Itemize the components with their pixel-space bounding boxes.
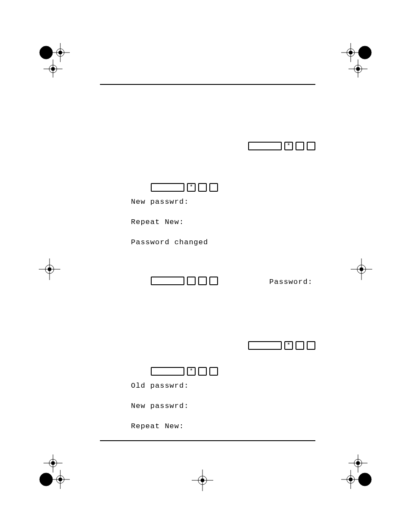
key-sequence-row-2: * bbox=[151, 182, 315, 193]
key-box-star: * bbox=[187, 183, 196, 192]
svg-point-0 bbox=[40, 46, 53, 59]
key-box bbox=[209, 367, 218, 376]
star-glyph: * bbox=[287, 342, 290, 348]
lcd-new-passwrd-2: New passwrd: bbox=[131, 402, 315, 410]
key-sequence: * bbox=[151, 367, 218, 376]
content-column-lower: * * Old passwrd: New passwrd: Repeat New… bbox=[100, 340, 315, 435]
key-box bbox=[198, 277, 207, 285]
svg-point-35 bbox=[354, 459, 362, 467]
svg-point-19 bbox=[48, 268, 51, 271]
key-box-wide bbox=[248, 142, 282, 150]
svg-point-39 bbox=[358, 473, 371, 486]
key-box bbox=[187, 277, 196, 285]
svg-point-44 bbox=[198, 476, 207, 485]
svg-point-22 bbox=[357, 265, 366, 274]
lcd-password: Password: bbox=[269, 278, 313, 286]
svg-point-11 bbox=[349, 51, 352, 54]
key-box-wide bbox=[151, 277, 184, 285]
svg-point-36 bbox=[356, 461, 360, 465]
lcd-repeat-new: Repeat New: bbox=[131, 218, 315, 226]
svg-point-40 bbox=[347, 476, 355, 483]
svg-point-2 bbox=[59, 51, 62, 54]
svg-point-18 bbox=[45, 265, 54, 274]
svg-point-23 bbox=[360, 268, 363, 271]
key-box-wide bbox=[151, 367, 184, 376]
registration-mark-top-left bbox=[37, 39, 75, 78]
key-sequence: * bbox=[151, 183, 218, 192]
key-box-star: * bbox=[284, 341, 293, 350]
svg-point-1 bbox=[56, 49, 64, 56]
svg-point-9 bbox=[358, 46, 371, 59]
key-sequence-row-5: * bbox=[151, 366, 315, 376]
registration-mark-bottom-center bbox=[190, 467, 215, 493]
key-box bbox=[198, 183, 207, 192]
key-box bbox=[198, 367, 207, 376]
key-box bbox=[307, 142, 315, 150]
svg-point-30 bbox=[40, 473, 53, 486]
lcd-old-passwrd: Old passwrd: bbox=[131, 382, 315, 390]
svg-point-6 bbox=[51, 67, 55, 71]
lcd-password-changed: Password changed bbox=[131, 238, 315, 246]
svg-point-10 bbox=[347, 49, 355, 56]
svg-point-27 bbox=[51, 461, 55, 465]
bottom-rule bbox=[100, 440, 315, 441]
key-box-star: * bbox=[284, 142, 293, 150]
svg-point-14 bbox=[354, 65, 362, 73]
key-box bbox=[209, 277, 218, 285]
key-sequence bbox=[151, 277, 218, 285]
svg-point-45 bbox=[201, 479, 204, 482]
content-column: * * New passwrd: Repeat New: Password ch… bbox=[100, 84, 315, 291]
key-box bbox=[296, 142, 304, 150]
key-box-wide bbox=[151, 183, 184, 192]
key-box bbox=[209, 183, 218, 192]
key-sequence: * bbox=[248, 341, 315, 350]
registration-mark-mid-left bbox=[37, 256, 62, 282]
lcd-new-passwrd: New passwrd: bbox=[131, 198, 315, 206]
svg-point-5 bbox=[49, 65, 57, 73]
star-glyph: * bbox=[190, 184, 193, 190]
star-glyph: * bbox=[287, 143, 290, 149]
key-sequence: * bbox=[248, 142, 315, 150]
star-glyph: * bbox=[190, 368, 193, 374]
top-rule bbox=[100, 84, 315, 85]
svg-point-32 bbox=[59, 478, 62, 481]
registration-mark-mid-right bbox=[349, 256, 374, 282]
key-box bbox=[307, 341, 315, 350]
svg-point-15 bbox=[356, 67, 360, 71]
key-box-wide bbox=[248, 341, 282, 350]
lcd-repeat-new-2: Repeat New: bbox=[131, 422, 315, 430]
key-box bbox=[296, 341, 304, 350]
registration-mark-bottom-left bbox=[37, 454, 75, 493]
svg-point-31 bbox=[56, 476, 64, 483]
key-box-star: * bbox=[187, 367, 196, 376]
key-sequence-row-4: * bbox=[100, 340, 315, 351]
page: * * New passwrd: Repeat New: Password ch… bbox=[0, 0, 411, 532]
svg-point-41 bbox=[349, 478, 352, 481]
svg-point-26 bbox=[49, 459, 57, 467]
registration-mark-bottom-right bbox=[336, 454, 374, 493]
key-sequence-row-1: * bbox=[100, 141, 315, 151]
registration-mark-top-right bbox=[336, 39, 374, 78]
